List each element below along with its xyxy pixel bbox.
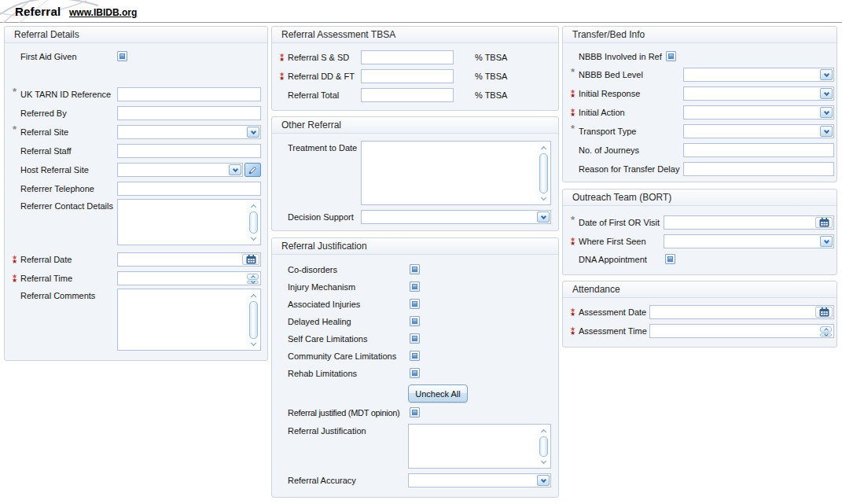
delayed-healing-label: Delayed Healing <box>288 315 351 329</box>
dropdown-button[interactable] <box>537 475 550 486</box>
calendar-button[interactable] <box>242 254 259 265</box>
scrollbar[interactable] <box>537 425 550 467</box>
chevron-down-icon <box>232 166 237 171</box>
referral-total-input[interactable] <box>361 88 454 102</box>
required-marker-red <box>568 234 577 248</box>
referral-justification-textarea[interactable] <box>408 424 551 469</box>
host-referral-site-select[interactable] <box>117 163 243 177</box>
dropdown-button[interactable] <box>820 107 833 118</box>
nbbb-involved-checkbox[interactable] <box>666 51 676 61</box>
initial-response-select[interactable] <box>683 86 834 101</box>
referral-justified-mdt-checkbox[interactable] <box>410 407 420 418</box>
co-disorders-checkbox[interactable] <box>410 264 420 274</box>
no-of-journeys-label: No. of Journeys <box>579 143 639 157</box>
scroll-down-icon[interactable] <box>250 235 256 241</box>
self-care-limitations-checkbox[interactable] <box>410 333 420 344</box>
decision-support-select[interactable] <box>361 210 551 224</box>
referral-staff-input[interactable] <box>117 144 261 158</box>
where-first-seen-select[interactable] <box>664 234 834 248</box>
panel-other-referral: Other Referral Treatment to Date Decisio… <box>271 116 559 231</box>
scroll-down-icon[interactable] <box>540 458 546 464</box>
scrollbar-thumb[interactable] <box>249 301 258 339</box>
transfer-delay-reason-input[interactable] <box>683 162 834 176</box>
scroll-up-icon[interactable] <box>540 429 546 435</box>
transport-type-select[interactable] <box>683 124 834 138</box>
referrer-contact-details-label: Referrer Contact Details <box>20 200 113 212</box>
dna-appointment-checkbox[interactable] <box>665 254 675 264</box>
field-rehab-limitations: Rehab Limitations <box>272 366 558 381</box>
pencil-icon <box>248 166 257 175</box>
scrollbar-thumb[interactable] <box>539 436 548 457</box>
scrollbar[interactable] <box>247 200 259 244</box>
indeterminate-mark-icon <box>668 53 674 59</box>
treatment-to-date-textarea[interactable] <box>361 141 551 205</box>
assessment-time-input[interactable] <box>649 324 834 338</box>
referral-s-sd-input[interactable] <box>361 50 454 64</box>
scrollbar-thumb[interactable] <box>249 212 258 234</box>
referral-site-select[interactable] <box>117 125 261 139</box>
scrollbar[interactable] <box>537 142 550 204</box>
field-initial-response: Initial Response <box>563 86 836 101</box>
uncheck-all-button[interactable]: Uncheck All <box>408 384 468 403</box>
uk-tarn-id-input[interactable] <box>117 87 261 101</box>
edit-host-site-button[interactable] <box>245 163 261 177</box>
panel-transfer-bed-info: Transfer/Bed Info NBBB Involved in Ref N… <box>562 26 837 182</box>
rehab-limitations-checkbox[interactable] <box>410 368 420 378</box>
referral-justified-mdt-label: Referral justified (MDT opinion) <box>288 406 399 420</box>
scrollbar[interactable] <box>247 290 259 349</box>
spin-down-button[interactable] <box>247 281 259 284</box>
referral-comments-textarea[interactable] <box>117 289 261 351</box>
indeterminate-mark-icon <box>412 318 417 324</box>
time-spinner[interactable] <box>246 273 259 284</box>
associated-injuries-checkbox[interactable] <box>410 299 420 309</box>
calendar-button[interactable] <box>815 307 833 318</box>
scroll-up-icon[interactable] <box>540 146 546 152</box>
indeterminate-mark-icon <box>412 267 417 272</box>
referrer-telephone-label: Referrer Telephone <box>20 182 94 196</box>
dropdown-button[interactable] <box>820 69 833 80</box>
calendar-button[interactable] <box>815 217 833 228</box>
dropdown-button[interactable] <box>820 88 833 99</box>
field-referral-accuracy: Referral Accuracy <box>272 473 558 487</box>
field-dna-appointment: DNA Appointment <box>563 252 836 267</box>
injury-mechanism-label: Injury Mechanism <box>288 280 355 294</box>
referral-dd-ft-input[interactable] <box>361 69 454 83</box>
spin-down-button[interactable] <box>820 333 832 337</box>
dna-appointment-label: DNA Appointment <box>579 252 647 267</box>
scroll-down-icon[interactable] <box>540 195 546 200</box>
required-marker-red <box>568 105 577 120</box>
date-first-or-visit-input[interactable] <box>664 215 834 230</box>
community-care-limitations-checkbox[interactable] <box>410 351 420 361</box>
nbbb-involved-label: NBBB Involved in Ref <box>579 50 662 64</box>
field-associated-injuries: Associated Injuries <box>272 297 558 311</box>
referred-by-input[interactable] <box>117 106 261 120</box>
nbbb-bed-level-select[interactable] <box>683 68 834 82</box>
first-aid-given-checkbox[interactable] <box>117 51 127 61</box>
scroll-down-icon[interactable] <box>250 340 256 346</box>
dropdown-button[interactable] <box>820 126 833 137</box>
ibidb-link[interactable]: www.IBIDB.org <box>69 7 137 18</box>
required-marker-gray <box>10 87 19 101</box>
scroll-up-icon[interactable] <box>250 204 256 210</box>
assessment-date-label: Assessment Date <box>579 305 646 319</box>
time-spinner[interactable] <box>819 326 833 337</box>
referral-accuracy-select[interactable] <box>408 473 551 487</box>
initial-action-select[interactable] <box>683 105 834 120</box>
chevron-down-icon <box>250 128 256 134</box>
dropdown-button[interactable] <box>247 127 259 138</box>
scroll-up-icon[interactable] <box>250 294 256 300</box>
delayed-healing-checkbox[interactable] <box>410 316 420 326</box>
assessment-date-input[interactable] <box>649 305 834 319</box>
injury-mechanism-checkbox[interactable] <box>410 281 420 292</box>
dropdown-button[interactable] <box>820 236 833 247</box>
referral-time-input[interactable] <box>117 271 261 285</box>
no-of-journeys-input[interactable] <box>683 143 834 157</box>
referral-date-input[interactable] <box>117 252 261 267</box>
dropdown-button[interactable] <box>537 212 550 223</box>
referrer-contact-details-textarea[interactable] <box>117 199 261 245</box>
community-care-limitations-label: Community Care Limitations <box>288 349 396 363</box>
field-assessment-date: Assessment Date <box>563 305 836 319</box>
referrer-telephone-input[interactable] <box>117 182 261 196</box>
scrollbar-thumb[interactable] <box>539 153 548 193</box>
dropdown-button[interactable] <box>229 164 241 175</box>
